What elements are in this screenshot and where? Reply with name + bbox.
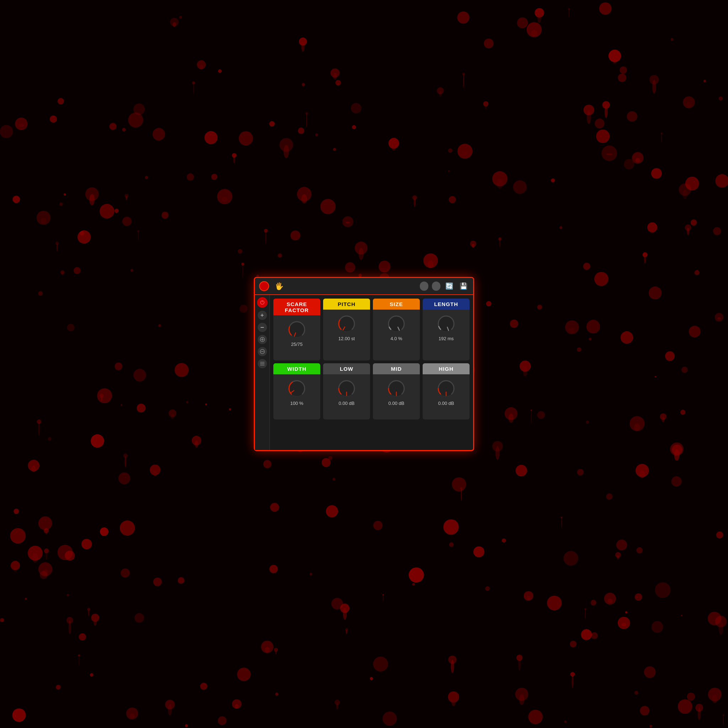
- param-value-low: 0.00 dB: [339, 401, 355, 406]
- param-value-pitch: 12.00 st: [338, 336, 355, 341]
- param-block-low: LOW 0.00 dB: [323, 363, 370, 419]
- knob-container-pitch[interactable]: 12.00 st: [323, 310, 370, 344]
- sidebar-remove-btn[interactable]: −: [258, 323, 267, 332]
- param-value-scare-factor: 25/75: [291, 342, 303, 347]
- param-value-mid: 0.00 dB: [388, 401, 405, 406]
- knob-width[interactable]: [286, 378, 307, 399]
- knob-length[interactable]: [436, 313, 457, 335]
- sync-button[interactable]: 🔄: [444, 281, 455, 291]
- knob-container-width[interactable]: 100 %: [273, 374, 320, 409]
- knob-low[interactable]: [336, 378, 357, 399]
- knob-scare-factor[interactable]: [286, 319, 307, 340]
- knob-container-mid[interactable]: 0.00 dB: [373, 374, 420, 409]
- param-value-high: 0.00 dB: [438, 401, 454, 406]
- plugin-title: 🖐: [273, 282, 416, 291]
- param-label-high: HIGH: [423, 363, 470, 374]
- knob-mid[interactable]: [386, 378, 407, 399]
- rand-button[interactable]: [420, 281, 428, 291]
- param-value-width: 100 %: [291, 401, 304, 406]
- sidebar-power-btn[interactable]: [257, 297, 268, 308]
- sidebar-duplicate-btn[interactable]: [258, 335, 267, 344]
- param-value-size: 4.0 %: [390, 336, 402, 341]
- hand-icon: 🖐: [275, 282, 284, 290]
- param-block-high: HIGH 0.00 dB: [423, 363, 470, 419]
- param-label-scare-factor: SCAREFACTOR: [273, 298, 320, 315]
- param-block-length: LENGTH 192 ms: [423, 298, 470, 361]
- param-label-mid: MID: [373, 363, 420, 374]
- knob-container-size[interactable]: 4.0 %: [373, 310, 420, 344]
- knob-container-low[interactable]: 0.00 dB: [323, 374, 370, 409]
- knob-container-length[interactable]: 192 ms: [423, 310, 470, 344]
- knob-pitch[interactable]: [336, 313, 357, 335]
- param-label-length: LENGTH: [423, 298, 470, 310]
- power-button[interactable]: [259, 281, 269, 291]
- sidebar-collapse-btn[interactable]: [258, 347, 267, 356]
- param-block-mid: MID 0.00 dB: [373, 363, 420, 419]
- knob-high[interactable]: [436, 378, 457, 399]
- param-value-length: 192 ms: [439, 336, 454, 341]
- plugin-header: 🖐 🔄 💾: [255, 278, 473, 295]
- param-label-size: SIZE: [373, 298, 420, 310]
- controls-grid: SCAREFACTOR 25/75 PITCH 12.0: [270, 295, 473, 450]
- save-button[interactable]: 💾: [458, 281, 469, 291]
- param-block-pitch: PITCH 12.00 st: [323, 298, 370, 361]
- knob-container-high[interactable]: 0.00 dB: [423, 374, 470, 409]
- plugin-window: 🖐 🔄 💾 + − SCAREFACTOR: [254, 277, 474, 451]
- map-button[interactable]: [432, 281, 440, 291]
- sidebar-add-btn[interactable]: +: [258, 310, 267, 320]
- sidebar: + −: [255, 295, 270, 450]
- knob-container-scare-factor[interactable]: 25/75: [273, 315, 320, 350]
- param-label-pitch: PITCH: [323, 298, 370, 310]
- param-label-low: LOW: [323, 363, 370, 374]
- param-label-width: WIDTH: [273, 363, 320, 374]
- param-block-scare-factor: SCAREFACTOR 25/75: [273, 298, 320, 361]
- knob-size[interactable]: [386, 313, 407, 335]
- param-block-size: SIZE 4.0 %: [373, 298, 420, 361]
- param-block-width: WIDTH 100 %: [273, 363, 320, 419]
- main-area: + − SCAREFACTOR 25/75: [255, 295, 473, 450]
- sidebar-menu-btn[interactable]: [258, 359, 267, 368]
